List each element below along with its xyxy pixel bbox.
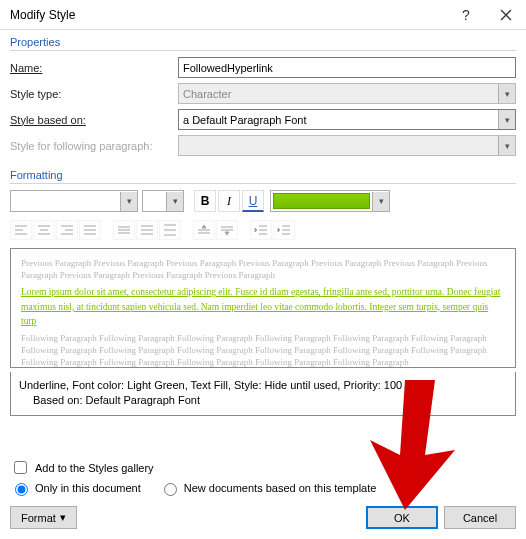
formatting-section: Formatting ▾ ▾ B I U ▾	[0, 163, 526, 248]
preview-following-paragraph: Following Paragraph Following Paragraph …	[21, 332, 505, 368]
formatting-label: Formatting	[10, 169, 516, 184]
preview-sample-text: Lorem ipsum dolor sit amet, consectetur …	[21, 285, 505, 328]
indent-inc-button	[273, 220, 295, 240]
align-justify-button	[79, 220, 101, 240]
properties-label: Properties	[10, 36, 516, 51]
type-label: Style type:	[10, 88, 178, 100]
chevron-down-icon[interactable]: ▾	[372, 192, 389, 211]
properties-section: Properties Name: Style type: Character▾ …	[0, 30, 526, 163]
preview-previous-paragraph: Previous Paragraph Previous Paragraph Pr…	[21, 257, 505, 281]
underline-button[interactable]: U	[242, 190, 264, 212]
chevron-down-icon: ▾	[60, 511, 66, 524]
chevron-down-icon: ▾	[498, 84, 515, 103]
based-on-label: Style based on:	[10, 114, 178, 126]
line-spacing-1-button	[113, 220, 135, 240]
italic-button[interactable]: I	[218, 190, 240, 212]
only-this-document-option[interactable]: Only in this document	[10, 480, 141, 496]
align-left-button	[10, 220, 32, 240]
add-to-gallery-checkbox[interactable]	[14, 461, 27, 474]
following-dropdown: ▾	[178, 135, 516, 156]
format-menu-button[interactable]: Format▾	[10, 506, 77, 529]
bold-button[interactable]: B	[194, 190, 216, 212]
font-color-dropdown[interactable]: ▾	[270, 190, 390, 212]
following-label: Style for following paragraph:	[10, 140, 178, 152]
titlebar: Modify Style ?	[0, 0, 526, 30]
ok-button[interactable]: OK	[366, 506, 438, 529]
name-input[interactable]	[178, 57, 516, 78]
new-documents-radio[interactable]	[164, 483, 177, 496]
font-size-dropdown[interactable]: ▾	[142, 190, 184, 212]
new-documents-option[interactable]: New documents based on this template	[159, 480, 377, 496]
name-label: Name:	[10, 62, 178, 74]
chevron-down-icon[interactable]: ▾	[166, 192, 183, 211]
indent-dec-button	[250, 220, 272, 240]
cancel-button[interactable]: Cancel	[444, 506, 516, 529]
chevron-down-icon[interactable]: ▾	[498, 110, 515, 129]
dialog-title: Modify Style	[10, 8, 446, 22]
style-description: Underline, Font color: Light Green, Text…	[10, 372, 516, 416]
type-value: Character	[183, 88, 231, 100]
bottom-controls: Add to the Styles gallery Only in this d…	[0, 452, 526, 539]
space-before-inc-button	[193, 220, 215, 240]
line-spacing-2-button	[159, 220, 181, 240]
based-on-value: a Default Paragraph Font	[183, 114, 307, 126]
chevron-down-icon[interactable]: ▾	[120, 192, 137, 211]
space-before-dec-button	[216, 220, 238, 240]
paragraph-toolbar	[10, 220, 516, 240]
help-button[interactable]: ?	[446, 0, 486, 30]
color-swatch-light-green	[273, 193, 370, 209]
close-button[interactable]	[486, 0, 526, 30]
description-line-1: Underline, Font color: Light Green, Text…	[19, 378, 507, 393]
only-this-document-radio[interactable]	[15, 483, 28, 496]
based-on-dropdown[interactable]: a Default Paragraph Font▾	[178, 109, 516, 130]
font-toolbar: ▾ ▾ B I U ▾	[10, 190, 516, 212]
line-spacing-15-button	[136, 220, 158, 240]
add-to-gallery-label: Add to the Styles gallery	[35, 462, 154, 474]
font-family-dropdown[interactable]: ▾	[10, 190, 138, 212]
description-line-2: Based on: Default Paragraph Font	[19, 393, 507, 408]
align-center-button	[33, 220, 55, 240]
align-right-button	[56, 220, 78, 240]
type-dropdown: Character▾	[178, 83, 516, 104]
preview-box: Previous Paragraph Previous Paragraph Pr…	[10, 248, 516, 368]
chevron-down-icon: ▾	[498, 136, 515, 155]
